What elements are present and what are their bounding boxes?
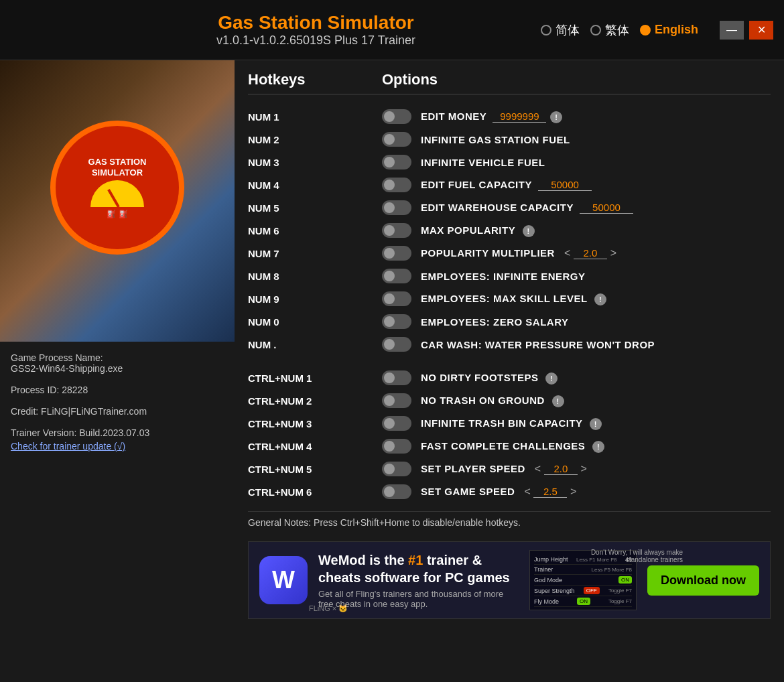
toggle-num7[interactable] — [382, 246, 411, 261]
logo-text-bottom: ⛽ ⛽ — [107, 210, 127, 218]
general-notes: General Notes: Press Ctrl+Shift+Home to … — [248, 511, 771, 533]
lang-simplified[interactable]: 简体 — [541, 22, 580, 38]
toggle-ctrlnum3[interactable] — [382, 416, 411, 431]
info-section: Game Process Name: GSS2-Win64-Shipping.e… — [0, 342, 235, 452]
toggle-num1[interactable] — [382, 109, 411, 124]
hotkeys-column-header: Hotkeys — [248, 71, 382, 88]
toggle-ctrlnum5[interactable] — [382, 462, 411, 476]
toggle-numdot[interactable] — [382, 337, 411, 352]
option-name-num7: POPULARITY MULTIPLIER < > — [421, 247, 771, 259]
option-row-num0: NUM 0 EMPLOYEES: ZERO SALARY — [248, 310, 771, 333]
toggle-ctrlnum6[interactable] — [382, 484, 411, 499]
option-row-num3: NUM 3 INFINITE VEHICLE FUEL — [248, 151, 771, 174]
wemod-icon: W — [259, 556, 308, 604]
toggle-num0[interactable] — [382, 314, 411, 329]
hotkey-ctrlnum3: CTRL+NUM 3 — [248, 418, 382, 429]
player-speed-input[interactable] — [544, 463, 578, 475]
ad-sub-text: Get all of Fling's trainers and thousand… — [318, 589, 519, 609]
lang-traditional-radio — [590, 25, 601, 36]
option-name-num3: INFINITE VEHICLE FUEL — [421, 157, 771, 168]
hotkey-num0: NUM 0 — [248, 316, 382, 328]
section-gap — [248, 356, 771, 366]
toggle-ctrlnum1[interactable] — [382, 370, 411, 385]
option-row-numdot: NUM . CAR WASH: WATER PRESSURE WON'T DRO… — [248, 333, 771, 356]
info-icon-ctrlnum1[interactable]: ! — [545, 372, 558, 385]
toggle-num2[interactable] — [382, 132, 411, 147]
option-name-ctrlnum4: FAST COMPLETE CHALLENGES ! — [421, 440, 771, 453]
close-button[interactable]: ✕ — [749, 21, 773, 40]
toggle-num9[interactable] — [382, 291, 411, 306]
popularity-mult-increase[interactable]: > — [610, 247, 616, 259]
player-speed-increase[interactable]: > — [581, 463, 587, 475]
popularity-mult-decrease[interactable]: < — [564, 247, 570, 259]
option-name-num8: EMPLOYEES: INFINITE ENERGY — [421, 271, 771, 282]
info-icon-num9[interactable]: ! — [594, 293, 606, 305]
option-row-num1: NUM 1 EDIT MONEY ! — [248, 105, 771, 128]
app-title: Gas Station Simulator — [91, 12, 541, 33]
popularity-mult-input[interactable] — [574, 247, 607, 259]
minimize-button[interactable]: — — [720, 21, 744, 40]
option-row-num4: NUM 4 EDIT FUEL CAPACITY — [248, 174, 771, 196]
ad-toggle-off: OFF — [584, 587, 600, 594]
hotkey-num2: NUM 2 — [248, 134, 382, 145]
game-logo: GAS STATIONSIMULATOR ⛽ ⛽ — [50, 121, 184, 255]
lang-traditional[interactable]: 繁体 — [590, 22, 629, 38]
option-name-num6: MAX POPULARITY ! — [421, 224, 771, 237]
hotkey-num6: NUM 6 — [248, 225, 382, 236]
hotkey-num8: NUM 8 — [248, 271, 382, 282]
right-panel: Hotkeys Options NUM 1 EDIT MONEY ! NUM 2… — [235, 60, 784, 682]
ad-row-2-keys: Less F5 More F8 — [592, 567, 632, 573]
download-button[interactable]: Download now — [647, 565, 759, 596]
process-id: Process ID: 28228 — [11, 385, 224, 395]
ad-row-5-keys: Toggle F7 — [608, 598, 632, 604]
window-controls: — ✕ — [720, 21, 773, 40]
lang-simplified-label: 简体 — [556, 22, 580, 38]
option-name-ctrlnum5: SET PLAYER SPEED < > — [421, 463, 771, 475]
option-name-ctrlnum2: NO TRASH ON GROUND ! — [421, 395, 771, 407]
toggle-ctrlnum4[interactable] — [382, 439, 411, 454]
option-name-num0: EMPLOYEES: ZERO SALARY — [421, 316, 771, 328]
fling-logo: FLiNG × 🐱 — [309, 604, 348, 613]
info-icon-ctrlnum2[interactable]: ! — [552, 395, 564, 407]
option-name-numdot: CAR WASH: WATER PRESSURE WON'T DROP — [421, 339, 771, 350]
option-name-num4: EDIT FUEL CAPACITY — [421, 179, 771, 191]
game-speed-input[interactable] — [533, 486, 567, 498]
hotkey-ctrlnum1: CTRL+NUM 1 — [248, 372, 382, 384]
option-row-ctrlnum3: CTRL+NUM 3 INFINITE TRASH BIN CAPACITY ! — [248, 412, 771, 435]
info-icon-ctrlnum3[interactable]: ! — [590, 418, 602, 430]
ad-main-text: WeMod is the #1 trainer & cheats softwar… — [318, 551, 519, 586]
info-icon-num1[interactable]: ! — [550, 111, 562, 123]
app-subtitle: v1.0.1-v1.0.2.65019S Plus 17 Trainer — [91, 33, 541, 48]
toggle-num6[interactable] — [382, 223, 411, 238]
toggle-ctrlnum2[interactable] — [382, 393, 411, 408]
toggle-num4[interactable] — [382, 178, 411, 192]
option-row-ctrlnum5: CTRL+NUM 5 SET PLAYER SPEED < > — [248, 458, 771, 480]
option-row-ctrlnum1: CTRL+NUM 1 NO DIRTY FOOTSTEPS ! — [248, 366, 771, 389]
hotkey-num1: NUM 1 — [248, 111, 382, 123]
lang-english[interactable]: English — [640, 23, 698, 37]
ad-row-2: Trainer Less F5 More F8 — [534, 565, 632, 575]
hotkey-num9: NUM 9 — [248, 293, 382, 305]
ad-row-2-label: Trainer — [534, 566, 553, 573]
info-icon-num6[interactable]: ! — [523, 225, 535, 237]
option-row-num8: NUM 8 EMPLOYEES: INFINITE ENERGY — [248, 265, 771, 287]
player-speed-decrease[interactable]: < — [535, 463, 541, 475]
option-row-ctrlnum4: CTRL+NUM 4 FAST COMPLETE CHALLENGES ! — [248, 435, 771, 458]
lang-english-label: English — [655, 23, 698, 37]
option-name-num5: EDIT WAREHOUSE CAPACITY — [421, 202, 771, 214]
edit-warehouse-capacity-input[interactable] — [580, 202, 633, 214]
toggle-num3[interactable] — [382, 155, 411, 169]
game-speed-decrease[interactable]: < — [524, 486, 530, 498]
toggle-num8[interactable] — [382, 269, 411, 283]
option-row-num6: NUM 6 MAX POPULARITY ! — [248, 219, 771, 242]
edit-fuel-capacity-input[interactable] — [538, 179, 592, 191]
info-icon-ctrlnum4[interactable]: ! — [592, 441, 604, 453]
toggle-num5[interactable] — [382, 200, 411, 215]
edit-money-input[interactable] — [493, 111, 546, 123]
check-update-link[interactable]: Check for trainer update (√) — [11, 441, 224, 452]
ad-banner: W WeMod is the #1 trainer & cheats softw… — [248, 541, 771, 619]
hotkey-ctrlnum2: CTRL+NUM 2 — [248, 395, 382, 407]
game-speed-increase[interactable]: > — [570, 486, 576, 498]
options-column-header: Options — [382, 71, 771, 88]
logo-text-top: GAS STATIONSIMULATOR — [88, 157, 147, 178]
